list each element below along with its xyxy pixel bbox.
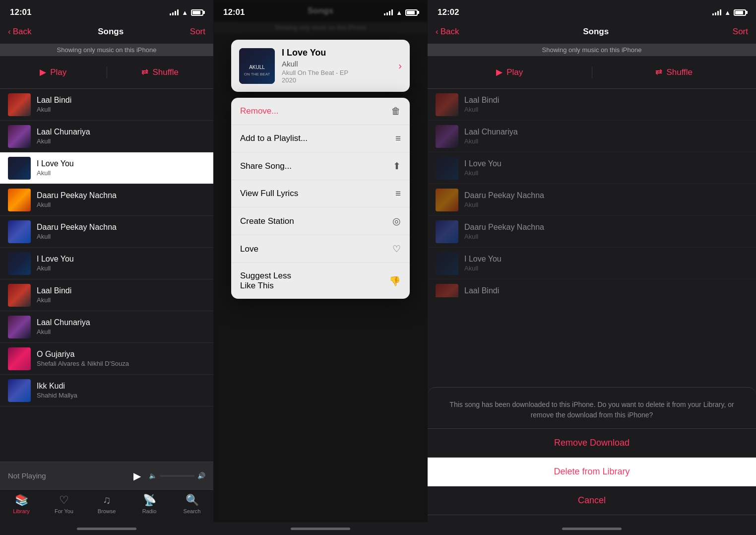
menu-station-label: Create Station — [240, 216, 294, 226]
status-time-left: 12:01 — [10, 7, 31, 17]
back-button-right[interactable]: ‹ Back — [436, 27, 459, 37]
tab-search-label-left: Search — [184, 508, 201, 514]
menu-item-suggest-less[interactable]: Suggest LessLike This 👎 — [231, 263, 410, 299]
wifi-icon-right: ▲ — [724, 9, 731, 16]
volume-down-icon-left: 🔈 — [149, 472, 157, 479]
song-card-chevron: › — [398, 60, 402, 71]
lyrics-icon: ≡ — [395, 188, 401, 199]
album-art-left-3 — [8, 189, 31, 211]
delete-library-button[interactable]: Delete from Library — [428, 458, 756, 486]
album-art-left-8 — [8, 347, 31, 370]
song-item-left-0[interactable]: Laal Bindi Akull — [0, 89, 213, 121]
song-item-left-2[interactable]: I Love You Akull — [0, 152, 213, 184]
song-artist-right-6: Akull — [464, 296, 748, 297]
song-item-left-1[interactable]: Laal Chunariya Akull — [0, 121, 213, 152]
shuffle-icon-left: ⇄ — [141, 67, 148, 77]
tab-foryou-left[interactable]: ♡ For You — [43, 494, 85, 514]
song-card-year: 2020 — [282, 76, 391, 84]
tab-bar-left: 📚 Library ♡ For You ♫ Browse 📡 Radio 🔍 S… — [0, 489, 213, 522]
play-button-right[interactable]: ▶ Play — [428, 62, 592, 82]
volume-control-left[interactable]: 🔈 🔊 — [149, 472, 205, 479]
tab-browse-left[interactable]: ♫ Browse — [85, 494, 128, 514]
tab-search-left[interactable]: 🔍 Search — [171, 494, 213, 514]
thumbsdown-icon: 👎 — [389, 275, 401, 287]
song-item-right-6[interactable]: Laal Bindi Akull — [428, 279, 756, 297]
menu-suggest-label: Suggest LessLike This — [240, 271, 291, 291]
song-title-right-6: Laal Bindi — [464, 286, 748, 295]
menu-item-share[interactable]: Share Song... ⬆ — [231, 152, 410, 180]
svg-text:AKULL: AKULL — [249, 65, 265, 70]
context-overlay: AKULL ON THE BEAT I Love You Akull Akull… — [213, 0, 428, 535]
sort-button-left[interactable]: Sort — [190, 27, 205, 37]
menu-item-lyrics[interactable]: View Full Lyrics ≡ — [231, 180, 410, 207]
song-item-right-4[interactable]: Daaru Peekay Nachna Akull — [428, 216, 756, 248]
mini-player-left[interactable]: Not Playing ▶ 🔈 🔊 — [0, 462, 213, 489]
album-art-left-4 — [8, 220, 31, 243]
song-item-left-4[interactable]: Daaru Peekay Nachna Akull — [0, 216, 213, 248]
tab-library-left[interactable]: 📚 Library — [0, 494, 43, 514]
song-title-left-9: Ikk Kudi — [37, 382, 205, 391]
delete-library-container: Delete from Library — [428, 458, 756, 486]
back-chevron-right: ‹ — [436, 27, 439, 37]
song-title-right-1: Laal Chunariya — [464, 128, 748, 136]
song-item-right-2[interactable]: I Love You Akull — [428, 152, 756, 184]
album-art-right-1 — [436, 125, 458, 148]
song-card[interactable]: AKULL ON THE BEAT I Love You Akull Akull… — [231, 40, 410, 92]
album-art-right-5 — [436, 252, 458, 275]
play-icon-right: ▶ — [496, 67, 503, 77]
song-item-left-3[interactable]: Daaru Peekay Nachna Akull — [0, 184, 213, 216]
menu-playlist-label: Add to a Playlist... — [240, 134, 308, 143]
song-card-album: Akull On The Beat - EP — [282, 69, 391, 76]
tab-radio-left[interactable]: 📡 Radio — [128, 494, 171, 514]
volume-up-icon-left: 🔊 — [197, 472, 205, 479]
wifi-icon-left: ▲ — [182, 9, 188, 16]
song-artist-left-6: Akull — [37, 296, 205, 304]
song-title-right-5: I Love You — [464, 255, 748, 264]
shuffle-button-left[interactable]: ⇄ Shuffle — [107, 62, 214, 82]
song-item-right-1[interactable]: Laal Chunariya Akull — [428, 121, 756, 152]
album-art-left-1 — [8, 125, 31, 148]
song-item-right-0[interactable]: Laal Bindi Akull — [428, 89, 756, 121]
shuffle-button-right[interactable]: ⇄ Shuffle — [592, 62, 756, 82]
album-art-right-4 — [436, 220, 458, 243]
menu-item-station[interactable]: Create Station ◎ — [231, 207, 410, 235]
song-list-right: Laal Bindi Akull Laal Chunariya Akull I … — [428, 89, 756, 297]
album-art-left-9 — [8, 379, 31, 402]
song-title-left-6: Laal Bindi — [37, 286, 205, 295]
album-art-left-0 — [8, 93, 31, 116]
remove-download-button[interactable]: Remove Download — [428, 429, 756, 458]
song-artist-left-2: Akull — [37, 169, 205, 177]
song-item-right-5[interactable]: I Love You Akull — [428, 248, 756, 279]
foryou-icon-left: ♡ — [59, 494, 69, 507]
menu-remove-label: Remove... — [240, 106, 278, 116]
song-item-left-7[interactable]: Laal Chunariya Akull — [0, 311, 213, 343]
song-title-right-2: I Love You — [464, 159, 748, 168]
song-item-left-9[interactable]: Ikk Kudi Shahid Mallya — [0, 375, 213, 406]
confirm-sheet: This song has been downloaded to this iP… — [428, 387, 756, 515]
signal-icon-middle — [384, 9, 393, 15]
song-artist-left-9: Shahid Mallya — [37, 392, 205, 399]
menu-item-remove[interactable]: Remove... 🗑 — [231, 98, 410, 125]
song-item-right-3[interactable]: Daaru Peekay Nachna Akull — [428, 184, 756, 216]
cancel-button[interactable]: Cancel — [428, 486, 756, 515]
song-artist-right-4: Akull — [464, 233, 748, 240]
back-button-left[interactable]: ‹ Back — [8, 27, 31, 37]
menu-item-love[interactable]: Love ♡ — [231, 235, 410, 263]
album-art-right-2 — [436, 157, 458, 180]
song-title-left-8: O Gujariya — [37, 350, 205, 359]
search-icon-left: 🔍 — [186, 494, 199, 507]
subtitle-left: Showing only music on this iPhone — [0, 44, 213, 56]
play-pause-button-left[interactable]: ▶ — [133, 470, 141, 482]
song-artist-left-4: Akull — [37, 233, 205, 240]
song-title-left-7: Laal Chunariya — [37, 318, 205, 327]
song-item-left-6[interactable]: Laal Bindi Akull — [0, 279, 213, 311]
sort-button-right[interactable]: Sort — [733, 27, 748, 37]
back-label-left: Back — [13, 27, 32, 37]
menu-item-playlist[interactable]: Add to a Playlist... ≡ — [231, 125, 410, 152]
song-artist-left-8: Shefali Alvares & Nikhil D'Souza — [37, 360, 205, 367]
song-item-left-5[interactable]: I Love You Akull — [0, 248, 213, 279]
song-item-left-8[interactable]: O Gujariya Shefali Alvares & Nikhil D'So… — [0, 343, 213, 375]
play-button-left[interactable]: ▶ Play — [0, 62, 107, 82]
song-title-right-0: Laal Bindi — [464, 96, 748, 105]
song-artist-right-3: Akull — [464, 201, 748, 208]
